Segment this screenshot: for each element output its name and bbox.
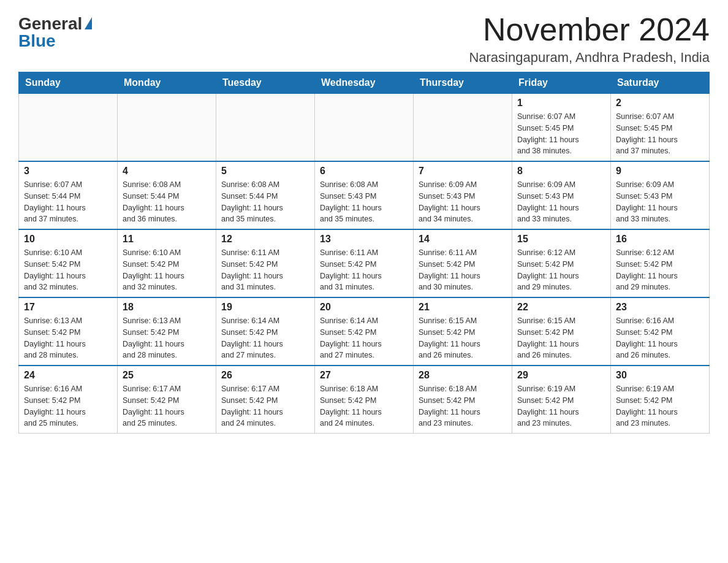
calendar-cell: 20Sunrise: 6:14 AMSunset: 5:42 PMDayligh… bbox=[315, 297, 414, 366]
day-number: 28 bbox=[419, 370, 507, 381]
weekday-header-monday: Monday bbox=[118, 72, 216, 94]
calendar-cell: 25Sunrise: 6:17 AMSunset: 5:42 PMDayligh… bbox=[118, 366, 216, 434]
calendar-cell: 5Sunrise: 6:08 AMSunset: 5:44 PMDaylight… bbox=[216, 161, 315, 229]
logo-blue-text: Blue bbox=[18, 33, 56, 50]
calendar-cell: 30Sunrise: 6:19 AMSunset: 5:42 PMDayligh… bbox=[611, 366, 710, 434]
calendar-cell: 12Sunrise: 6:11 AMSunset: 5:42 PMDayligh… bbox=[216, 229, 315, 297]
day-number: 20 bbox=[320, 302, 408, 313]
day-number: 4 bbox=[123, 166, 211, 177]
day-number: 23 bbox=[616, 302, 704, 313]
day-number: 6 bbox=[320, 166, 408, 177]
calendar-cell: 14Sunrise: 6:11 AMSunset: 5:42 PMDayligh… bbox=[414, 229, 512, 297]
weekday-header-thursday: Thursday bbox=[414, 72, 512, 94]
day-info: Sunrise: 6:12 AMSunset: 5:42 PMDaylight:… bbox=[517, 247, 605, 293]
day-number: 27 bbox=[320, 370, 408, 381]
calendar-week-row: 1Sunrise: 6:07 AMSunset: 5:45 PMDaylight… bbox=[19, 94, 710, 162]
day-info: Sunrise: 6:07 AMSunset: 5:45 PMDaylight:… bbox=[517, 111, 605, 157]
calendar-week-row: 17Sunrise: 6:13 AMSunset: 5:42 PMDayligh… bbox=[19, 297, 710, 366]
day-info: Sunrise: 6:17 AMSunset: 5:42 PMDaylight:… bbox=[221, 383, 309, 429]
calendar-header-row: SundayMondayTuesdayWednesdayThursdayFrid… bbox=[19, 72, 710, 94]
day-info: Sunrise: 6:14 AMSunset: 5:42 PMDaylight:… bbox=[320, 315, 408, 361]
calendar-cell bbox=[315, 94, 414, 162]
calendar-cell: 15Sunrise: 6:12 AMSunset: 5:42 PMDayligh… bbox=[512, 229, 611, 297]
weekday-header-tuesday: Tuesday bbox=[216, 72, 315, 94]
calendar-cell: 8Sunrise: 6:09 AMSunset: 5:43 PMDaylight… bbox=[512, 161, 611, 229]
day-number: 8 bbox=[517, 166, 605, 177]
calendar-week-row: 3Sunrise: 6:07 AMSunset: 5:44 PMDaylight… bbox=[19, 161, 710, 229]
day-number: 9 bbox=[616, 166, 704, 177]
calendar-cell: 13Sunrise: 6:11 AMSunset: 5:42 PMDayligh… bbox=[315, 229, 414, 297]
calendar-week-row: 10Sunrise: 6:10 AMSunset: 5:42 PMDayligh… bbox=[19, 229, 710, 297]
weekday-header-friday: Friday bbox=[512, 72, 611, 94]
day-number: 2 bbox=[616, 98, 704, 109]
weekday-header-saturday: Saturday bbox=[611, 72, 710, 94]
calendar-cell: 10Sunrise: 6:10 AMSunset: 5:42 PMDayligh… bbox=[19, 229, 118, 297]
logo-general-text: General bbox=[18, 15, 82, 33]
day-info: Sunrise: 6:18 AMSunset: 5:42 PMDaylight:… bbox=[419, 383, 507, 429]
day-info: Sunrise: 6:13 AMSunset: 5:42 PMDaylight:… bbox=[24, 315, 112, 361]
day-info: Sunrise: 6:17 AMSunset: 5:42 PMDaylight:… bbox=[123, 383, 211, 429]
day-info: Sunrise: 6:07 AMSunset: 5:44 PMDaylight:… bbox=[24, 179, 112, 225]
day-info: Sunrise: 6:09 AMSunset: 5:43 PMDaylight:… bbox=[517, 179, 605, 225]
day-number: 14 bbox=[419, 234, 507, 245]
calendar-cell: 4Sunrise: 6:08 AMSunset: 5:44 PMDaylight… bbox=[118, 161, 216, 229]
day-number: 5 bbox=[221, 166, 309, 177]
day-number: 3 bbox=[24, 166, 112, 177]
calendar-cell bbox=[216, 94, 315, 162]
calendar-cell: 6Sunrise: 6:08 AMSunset: 5:43 PMDaylight… bbox=[315, 161, 414, 229]
calendar-cell: 22Sunrise: 6:15 AMSunset: 5:42 PMDayligh… bbox=[512, 297, 611, 366]
logo-triangle-icon bbox=[85, 17, 92, 29]
day-info: Sunrise: 6:13 AMSunset: 5:42 PMDaylight:… bbox=[123, 315, 211, 361]
calendar-cell: 26Sunrise: 6:17 AMSunset: 5:42 PMDayligh… bbox=[216, 366, 315, 434]
day-number: 24 bbox=[24, 370, 112, 381]
day-info: Sunrise: 6:09 AMSunset: 5:43 PMDaylight:… bbox=[616, 179, 704, 225]
weekday-header-wednesday: Wednesday bbox=[315, 72, 414, 94]
day-number: 12 bbox=[221, 234, 309, 245]
calendar-cell: 3Sunrise: 6:07 AMSunset: 5:44 PMDaylight… bbox=[19, 161, 118, 229]
day-info: Sunrise: 6:10 AMSunset: 5:42 PMDaylight:… bbox=[123, 247, 211, 293]
calendar-cell: 11Sunrise: 6:10 AMSunset: 5:42 PMDayligh… bbox=[118, 229, 216, 297]
day-info: Sunrise: 6:16 AMSunset: 5:42 PMDaylight:… bbox=[24, 383, 112, 429]
day-info: Sunrise: 6:10 AMSunset: 5:42 PMDaylight:… bbox=[24, 247, 112, 293]
day-info: Sunrise: 6:18 AMSunset: 5:42 PMDaylight:… bbox=[320, 383, 408, 429]
weekday-header-sunday: Sunday bbox=[19, 72, 118, 94]
day-number: 1 bbox=[517, 98, 605, 109]
month-title: November 2024 bbox=[469, 12, 710, 47]
calendar-cell bbox=[414, 94, 512, 162]
day-info: Sunrise: 6:15 AMSunset: 5:42 PMDaylight:… bbox=[419, 315, 507, 361]
day-number: 7 bbox=[419, 166, 507, 177]
day-info: Sunrise: 6:19 AMSunset: 5:42 PMDaylight:… bbox=[616, 383, 704, 429]
day-number: 19 bbox=[221, 302, 309, 313]
day-info: Sunrise: 6:11 AMSunset: 5:42 PMDaylight:… bbox=[419, 247, 507, 293]
day-number: 22 bbox=[517, 302, 605, 313]
calendar-cell bbox=[118, 94, 216, 162]
calendar-cell: 9Sunrise: 6:09 AMSunset: 5:43 PMDaylight… bbox=[611, 161, 710, 229]
day-info: Sunrise: 6:19 AMSunset: 5:42 PMDaylight:… bbox=[517, 383, 605, 429]
calendar-cell bbox=[19, 94, 118, 162]
day-info: Sunrise: 6:14 AMSunset: 5:42 PMDaylight:… bbox=[221, 315, 309, 361]
day-number: 26 bbox=[221, 370, 309, 381]
day-info: Sunrise: 6:08 AMSunset: 5:44 PMDaylight:… bbox=[221, 179, 309, 225]
calendar-cell: 29Sunrise: 6:19 AMSunset: 5:42 PMDayligh… bbox=[512, 366, 611, 434]
calendar-cell: 19Sunrise: 6:14 AMSunset: 5:42 PMDayligh… bbox=[216, 297, 315, 366]
day-number: 21 bbox=[419, 302, 507, 313]
day-info: Sunrise: 6:08 AMSunset: 5:44 PMDaylight:… bbox=[123, 179, 211, 225]
calendar-cell: 18Sunrise: 6:13 AMSunset: 5:42 PMDayligh… bbox=[118, 297, 216, 366]
calendar-table: SundayMondayTuesdayWednesdayThursdayFrid… bbox=[18, 72, 710, 434]
day-number: 29 bbox=[517, 370, 605, 381]
calendar-cell: 28Sunrise: 6:18 AMSunset: 5:42 PMDayligh… bbox=[414, 366, 512, 434]
title-area: November 2024 Narasingapuram, Andhra Pra… bbox=[469, 12, 710, 66]
day-info: Sunrise: 6:12 AMSunset: 5:42 PMDaylight:… bbox=[616, 247, 704, 293]
day-info: Sunrise: 6:07 AMSunset: 5:45 PMDaylight:… bbox=[616, 111, 704, 157]
calendar-week-row: 24Sunrise: 6:16 AMSunset: 5:42 PMDayligh… bbox=[19, 366, 710, 434]
day-info: Sunrise: 6:11 AMSunset: 5:42 PMDaylight:… bbox=[320, 247, 408, 293]
calendar-cell: 23Sunrise: 6:16 AMSunset: 5:42 PMDayligh… bbox=[611, 297, 710, 366]
logo: General Blue bbox=[18, 12, 92, 50]
day-number: 15 bbox=[517, 234, 605, 245]
calendar-cell: 1Sunrise: 6:07 AMSunset: 5:45 PMDaylight… bbox=[512, 94, 611, 162]
page-header: General Blue November 2024 Narasingapura… bbox=[18, 12, 710, 66]
calendar-cell: 27Sunrise: 6:18 AMSunset: 5:42 PMDayligh… bbox=[315, 366, 414, 434]
day-info: Sunrise: 6:08 AMSunset: 5:43 PMDaylight:… bbox=[320, 179, 408, 225]
calendar-cell: 21Sunrise: 6:15 AMSunset: 5:42 PMDayligh… bbox=[414, 297, 512, 366]
day-number: 11 bbox=[123, 234, 211, 245]
